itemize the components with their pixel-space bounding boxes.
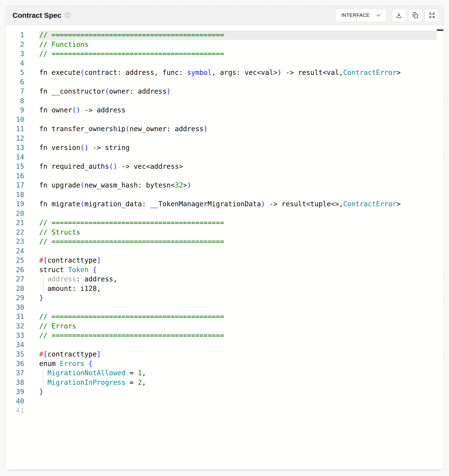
code-line: 11fn transfer_ownership(new_owner: addre… [6,124,436,134]
code-text [24,209,436,218]
fullscreen-button[interactable] [425,9,439,22]
code-line: 33// ===================================… [6,331,436,340]
scrollbar-thumb[interactable] [437,29,443,31]
code-text: } [24,293,436,303]
panel-header: Contract Spec INTERFACE [6,6,443,25]
code-line: 5fn execute(contract: address, func: sym… [6,68,436,78]
code-line: 4 [6,59,436,68]
line-number: 29 [6,293,24,303]
code-text [24,134,436,143]
code-text: // =====================================… [24,237,436,247]
code-line: 28 amount: i128, [6,284,436,294]
line-number: 23 [6,237,24,247]
interface-dropdown[interactable]: INTERFACE [335,9,386,22]
code-text [24,171,436,181]
code-text [24,247,436,256]
code-text [24,406,436,416]
line-number: 20 [6,209,24,218]
code-line: 1// ====================================… [6,30,436,40]
code-line: 25#[contracttype] [6,256,436,265]
code-text: MigrationInProgress = 2, [24,378,436,387]
code-text: // =====================================… [24,218,436,228]
code-text [24,115,436,125]
line-number: 24 [6,247,24,256]
code-line: 12 [6,134,436,143]
line-number: 26 [6,265,24,275]
code-text [24,59,436,68]
line-number: 7 [6,87,24,96]
code-line: 10 [6,115,436,125]
line-number: 2 [6,40,24,50]
code-editor: 1// ====================================… [6,25,443,470]
code-text: fn execute(contract: address, func: symb… [24,68,436,78]
code-text: fn owner() -> address [24,106,436,115]
code-line: 6 [6,78,436,87]
code-text: #[contracttype] [24,350,436,359]
download-button[interactable] [392,9,406,22]
code-text: fn __constructor(owner: address) [24,87,436,96]
code-text [24,190,436,200]
line-number: 13 [6,143,24,153]
line-number: 3 [6,49,24,59]
scrollbar-track [437,25,443,470]
line-number: 31 [6,312,24,322]
code-text: } [24,387,436,397]
code-line: 38 MigrationInProgress = 2, [6,378,436,387]
code-line: 35#[contracttype] [6,350,436,359]
code-line: 13fn version() -> string [6,143,436,153]
line-number: 28 [6,284,24,294]
line-number: 15 [6,162,24,171]
code-text [24,96,436,106]
line-number: 37 [6,368,24,378]
code-text [24,303,436,312]
code-text: #[contracttype] [24,256,436,265]
line-number: 25 [6,256,24,265]
code-line: 41 [6,406,436,416]
code-line: 37 MigrationNotAllowed = 1, [6,368,436,378]
line-number: 38 [6,378,24,387]
code-text: struct Token { [24,265,436,275]
download-icon [396,12,402,19]
line-number: 41 [6,406,24,416]
line-number: 8 [6,96,24,106]
code-line: 17fn upgrade(new_wasm_hash: bytesn<32>) [6,181,436,190]
code-text [24,397,436,406]
code-line: 24 [6,247,436,256]
line-number: 16 [6,171,24,181]
code-text: fn transfer_ownership(new_owner: address… [24,124,436,134]
line-number: 35 [6,350,24,359]
line-number: 22 [6,228,24,237]
line-number: 5 [6,68,24,78]
code-line: 9fn owner() -> address [6,106,436,115]
chevron-down-icon [375,12,381,18]
code-line: 2// Functions [6,40,436,50]
code-text: fn version() -> string [24,143,436,153]
line-number: 32 [6,322,24,331]
code-line: 18 [6,190,436,200]
code-text: amount: i128, [24,284,436,294]
code-line: 3// ====================================… [6,49,436,59]
code-line: 34 [6,340,436,350]
code-line: 20 [6,209,436,218]
copy-button[interactable] [408,9,422,22]
code-text: // =====================================… [24,331,436,340]
code-text: // =====================================… [24,49,436,59]
code-text: // Functions [24,40,436,50]
line-number: 17 [6,181,24,190]
code-line: 32// Errors [6,322,436,331]
code-text: address: address, [24,275,436,284]
line-number: 27 [6,275,24,284]
code-text [24,153,436,162]
code-text: // =====================================… [24,312,436,322]
line-number: 10 [6,115,24,125]
code-line: 7fn __constructor(owner: address) [6,87,436,96]
line-number: 12 [6,134,24,143]
line-number: 36 [6,359,24,369]
code-text [24,78,436,87]
code-line: 39} [6,387,436,397]
code-line: 8 [6,96,436,106]
line-number: 39 [6,387,24,397]
line-number: 11 [6,124,24,134]
info-icon[interactable] [64,12,71,19]
contract-spec-panel: Contract Spec INTERFACE [5,5,444,471]
